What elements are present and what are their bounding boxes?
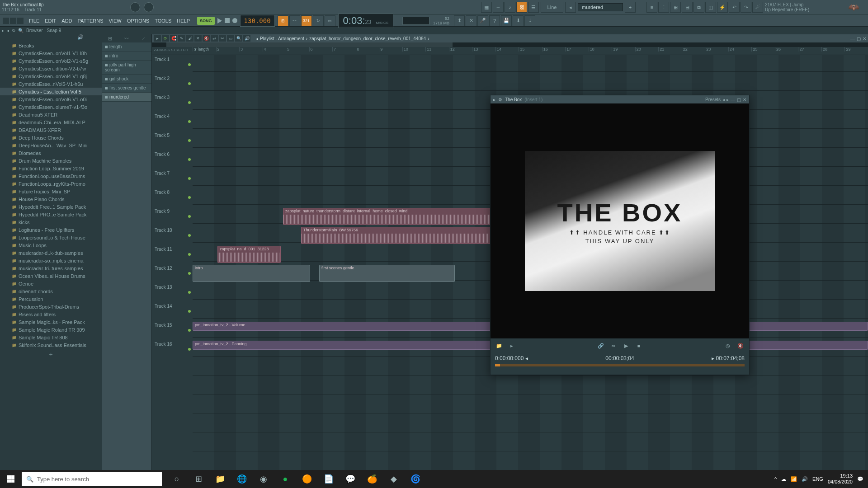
video-loop-icon[interactable]: ∞ — [609, 342, 618, 350]
menu-add[interactable]: ADD — [59, 18, 75, 23]
pl-delete-icon[interactable]: ✕ — [194, 35, 202, 42]
view-btn-6[interactable]: ◫ — [705, 2, 716, 13]
picker-auto-icon[interactable]: ⟋ — [141, 36, 146, 41]
picker-grid-icon[interactable]: ⊞ — [108, 36, 112, 42]
task-taskview-icon[interactable]: ⊞ — [188, 470, 209, 488]
picker-wave-icon[interactable]: 〰 — [124, 36, 129, 41]
task-edge-icon[interactable]: 🌀 — [405, 470, 426, 488]
mode-321[interactable]: 321 — [301, 15, 312, 26]
pl-select-icon[interactable]: ▭ — [227, 35, 234, 42]
browser-item[interactable]: CymaticsEssen..dition-V2-b7w — [0, 65, 102, 72]
picker-item[interactable]: intro — [102, 52, 151, 61]
menu-options[interactable]: OPTIONS — [124, 18, 152, 23]
audio-icon[interactable]: 🎤 — [477, 15, 488, 26]
pattern-selector[interactable]: murdered — [578, 3, 623, 11]
pl-mute-icon[interactable]: 🔇 — [203, 35, 210, 42]
browser-item[interactable]: Sample Magic Roland TR 909 — [0, 326, 102, 333]
browser-item[interactable]: Loopersound..o & Tech House — [0, 234, 102, 241]
task-spotify-icon[interactable]: ● — [275, 470, 296, 488]
track-header[interactable]: Track 3 — [152, 93, 193, 112]
browser-item[interactable]: musicradar-tri..tures-samples — [0, 264, 102, 272]
picker-item[interactable]: murdered — [102, 93, 151, 102]
pl-close-icon[interactable]: ✕ — [863, 36, 866, 41]
pl-slice-icon[interactable]: ✂ — [219, 35, 226, 42]
view-btn-1[interactable]: ≡ — [646, 2, 657, 13]
track-header[interactable]: Track 13 — [152, 283, 193, 302]
piano-roll-btn[interactable]: → — [493, 2, 504, 13]
browser-item[interactable]: Oenoe — [0, 280, 102, 287]
task-app2-icon[interactable]: 📄 — [318, 470, 339, 488]
video-titlebar[interactable]: ▸ ⚙ The Box (Insert 1) Presets ◂ ▸ — ▢ ✕ — [491, 95, 749, 103]
video-presets[interactable]: Presets — [705, 97, 721, 102]
pl-slip-icon[interactable]: ⇄ — [211, 35, 218, 42]
video-link-icon[interactable]: 🔗 — [597, 342, 605, 350]
start-button[interactable] — [0, 470, 22, 488]
snap-line[interactable]: Line — [541, 2, 563, 13]
browser-item[interactable]: deadmau5-Chi..era_MIDI-ALP — [0, 118, 102, 126]
picker-item[interactable]: first scenes gentle — [102, 84, 151, 93]
browser-item[interactable]: CymaticsEssen..onVol2-V1-s5g — [0, 57, 102, 65]
video-stop-icon[interactable]: ■ — [635, 342, 643, 350]
menu-tools[interactable]: TOOLS — [152, 18, 174, 23]
video-min-icon[interactable]: — — [731, 97, 735, 102]
task-app1-icon[interactable]: 🟠 — [297, 470, 317, 488]
track-header[interactable]: Track 9 — [152, 207, 193, 226]
pl-sync-icon[interactable]: ⟳ — [162, 35, 169, 42]
browser-item[interactable]: CymaticsEssen..onVol4-V1-q8j — [0, 72, 102, 80]
song-mode-btn[interactable]: SONG — [197, 17, 215, 25]
pattern-add[interactable]: + — [625, 2, 636, 13]
tray-expand-icon[interactable]: ^ — [774, 476, 777, 482]
browser-item[interactable]: Function Loop..Summer 2019 — [0, 164, 102, 172]
pl-draw-icon[interactable]: ✎ — [178, 35, 185, 42]
browser-item[interactable]: Hypeddit Free..1 Sample Pack — [0, 203, 102, 211]
browser-item[interactable]: Drum Machine Samples — [0, 157, 102, 164]
search-icon[interactable]: 🔍 — [18, 28, 24, 33]
help-icon[interactable]: ? — [489, 15, 500, 26]
video-prev-icon[interactable]: ◂ — [722, 97, 725, 102]
browser-item[interactable]: FunctionLoops..rgyKits-Promo — [0, 180, 102, 188]
task-discord-icon[interactable]: 💬 — [340, 470, 361, 488]
browser-item[interactable]: DEADMAU5-XFER — [0, 126, 102, 134]
task-flstudio-icon[interactable]: 🍊 — [362, 470, 382, 488]
browser-item[interactable]: Skifonix Sound..ass Essentials — [0, 341, 102, 349]
pl-magnet-icon[interactable]: 🧲 — [170, 35, 177, 42]
video-open-icon[interactable]: 📁 — [495, 342, 503, 350]
pl-paint-icon[interactable]: 🖌 — [186, 35, 193, 42]
menu-file[interactable]: FILE — [26, 18, 42, 23]
view-btn-5[interactable]: ⧉ — [693, 2, 704, 13]
browser-item[interactable]: ProducerSpot-Tribal-Drums — [0, 303, 102, 310]
track-header[interactable]: Track 7 — [152, 169, 193, 188]
browser-item[interactable]: FutureTropics_Mini_SP — [0, 188, 102, 195]
track-header[interactable]: Track 11 — [152, 245, 193, 264]
browser-btn[interactable]: ☰ — [528, 2, 539, 13]
minimize-icon[interactable] — [3, 18, 9, 24]
mode-pat[interactable]: ⊞ — [278, 15, 288, 26]
browser-item[interactable]: FunctionLoop..useBassDrums — [0, 172, 102, 180]
browser-item[interactable]: DeepHouseAn.._Wav_SP_Mini — [0, 141, 102, 149]
stop-btn[interactable] — [225, 18, 230, 23]
mode-step[interactable]: ▭ — [325, 15, 335, 26]
redo-btn[interactable]: ↷ — [741, 2, 751, 13]
track-header[interactable]: Track 5 — [152, 131, 193, 150]
browser-item[interactable]: CymaticsEssen..olume7-v1-f3o — [0, 103, 102, 111]
browser-item[interactable]: musicradar-so..mples cinema — [0, 257, 102, 264]
video-max-icon[interactable]: ▢ — [737, 97, 741, 102]
bc-prev[interactable]: ◂ — [256, 36, 258, 41]
menu-edit[interactable]: EDIT — [42, 18, 59, 23]
video-timer-icon[interactable]: ◷ — [724, 342, 732, 350]
browser-item[interactable]: CymaticsEssen..onVol6-V1-o0i — [0, 95, 102, 103]
tray-volume-icon[interactable]: 🔊 — [802, 476, 808, 482]
browser-add-btn[interactable]: + — [0, 349, 102, 360]
browser-item[interactable]: Deadmau5 XFER — [0, 111, 102, 118]
track-header[interactable]: Track 8 — [152, 188, 193, 207]
picker-item[interactable]: length — [102, 42, 151, 52]
pl-play-icon[interactable]: ▸ — [154, 35, 161, 42]
video-mute-icon[interactable]: 🔇 — [736, 342, 745, 350]
task-steam-icon[interactable]: ◉ — [253, 470, 274, 488]
browser-item[interactable]: House Piano Chords — [0, 195, 102, 203]
menu-view[interactable]: VIEW — [106, 18, 124, 23]
clip-track12-scenes[interactable]: first scenes gentle — [319, 265, 455, 282]
browser-item[interactable]: CymaticsEsse..nVol5-V1-h6u — [0, 80, 102, 88]
browser-item[interactable]: Logitunes - Free Uplifters — [0, 226, 102, 234]
taskbar-search[interactable]: 🔍 Type here to search — [22, 472, 162, 486]
